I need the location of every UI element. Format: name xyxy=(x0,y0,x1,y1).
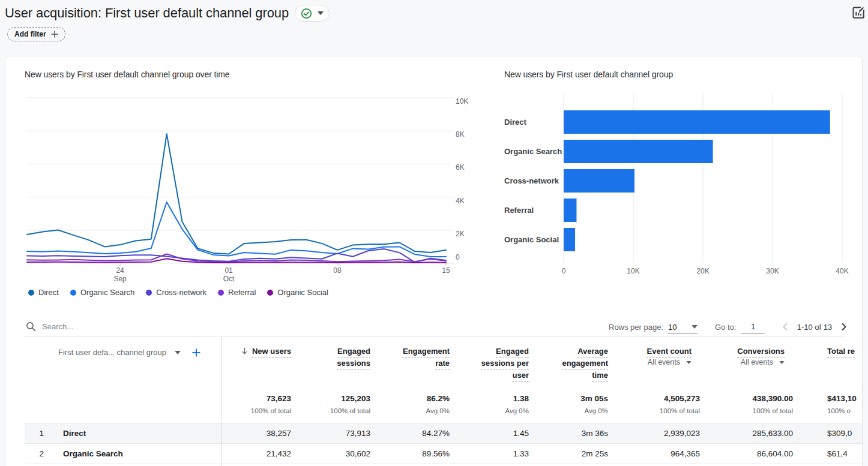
add-filter-button[interactable]: Add filter xyxy=(7,27,65,41)
report-status-pill[interactable] xyxy=(295,5,330,22)
metric-cell: 3m 36s xyxy=(529,423,608,443)
column-header-new-users[interactable]: New users xyxy=(221,337,291,387)
dimension-header-label: First user defa... channel group xyxy=(58,348,166,357)
column-header-label[interactable]: Engagement rate xyxy=(393,345,450,369)
x-axis-label: 0 xyxy=(562,267,566,275)
pagination-range: 1-10 of 13 xyxy=(795,323,834,332)
metric-cell: 73,913 xyxy=(291,423,370,443)
column-header-label[interactable]: New users xyxy=(252,345,291,357)
report-card: New users by First user default channel … xyxy=(5,56,863,466)
dropdown-caret-icon xyxy=(692,325,698,329)
goto-page-input[interactable] xyxy=(741,321,765,333)
column-header-label[interactable]: Total re xyxy=(827,345,855,357)
x-axis-label: 20K xyxy=(696,267,709,275)
x-axis-label: Oct xyxy=(223,275,235,283)
column-header-label[interactable]: Engaged sessions xyxy=(314,345,370,369)
chevron-left-icon xyxy=(779,320,792,333)
bar-chart[interactable]: 010K20K30K40KDirectOrganic SearchCross-n… xyxy=(499,56,863,302)
totals-cell: 125,203100% of total xyxy=(291,387,370,423)
legend-label: Organic Social xyxy=(277,288,328,297)
metric-cell: 285,633.00 xyxy=(700,423,793,443)
table-row-organic-search: 2Organic Search21,43230,60289.56%1.332m … xyxy=(25,443,862,464)
column-header-label[interactable]: Average engagement time xyxy=(552,345,608,381)
dropdown-caret-icon[interactable] xyxy=(175,351,181,354)
metric-cell: 38,257 xyxy=(221,423,291,443)
totals-cell: 3m 05sAvg 0% xyxy=(529,387,608,423)
column-header-label[interactable]: Conversions xyxy=(737,345,785,357)
totals-value: 4,505,273 xyxy=(608,387,700,404)
page-title: User acquisition: First user default cha… xyxy=(5,5,289,21)
rows-per-page-value: 10 xyxy=(668,323,677,332)
totals-sublabel: 100% of total xyxy=(291,407,370,415)
y-axis-label: 2K xyxy=(456,230,465,238)
column-header-event-count[interactable]: Event countAll events xyxy=(608,337,700,387)
next-page-button[interactable] xyxy=(837,320,851,333)
metric-cell: 21,432 xyxy=(221,443,291,464)
y-axis-label: 6K xyxy=(456,163,465,172)
totals-sublabel: 100% of total xyxy=(700,407,793,415)
search-icon xyxy=(26,321,36,332)
column-header-engaged-sessions-per-user[interactable]: Engaged sessions per user xyxy=(450,337,529,387)
bar-category-label: Organic Social xyxy=(504,235,559,244)
dimension-column-header[interactable]: First user defa... channel group xyxy=(25,337,221,387)
legend-label: Direct xyxy=(38,288,59,297)
data-table: First user defa... channel groupNew user… xyxy=(25,337,862,464)
column-header-label[interactable]: Event count xyxy=(647,345,692,357)
event-filter-dropdown[interactable]: All events xyxy=(700,358,785,366)
column-header-engaged-sessions[interactable]: Engaged sessions xyxy=(291,337,370,387)
search-input[interactable] xyxy=(41,321,257,332)
legend-label: Organic Search xyxy=(80,288,134,297)
totals-row: 73,623100% of total125,203100% of total8… xyxy=(25,387,862,423)
bar-organic-search[interactable] xyxy=(564,140,713,163)
bar-referral[interactable] xyxy=(564,199,576,222)
bar-cross-network[interactable] xyxy=(564,169,634,193)
y-axis-label: 4K xyxy=(456,197,465,205)
metric-cell: 964,365 xyxy=(608,443,700,464)
legend-item-direct: Direct xyxy=(28,288,59,297)
legend-item-organic-social: Organic Social xyxy=(267,288,328,297)
chart-legend: DirectOrganic SearchCross-networkReferra… xyxy=(28,288,328,297)
y-axis-label: 8K xyxy=(456,130,465,139)
column-header-total-re[interactable]: Total re xyxy=(793,337,862,387)
bar-direct[interactable] xyxy=(564,110,830,134)
totals-sublabel: 100% o xyxy=(827,407,862,415)
table-column-divider xyxy=(221,337,222,466)
line-chart[interactable]: 02K4K6K8K10K24Sep01Oct0815 xyxy=(5,56,486,302)
goto-label: Go to: xyxy=(715,323,736,332)
legend-dot xyxy=(267,290,273,296)
bar-organic-social[interactable] xyxy=(564,228,575,251)
table-row-direct: 1Direct38,25773,91384.27%1.453m 36s2,939… xyxy=(25,423,862,443)
metric-cell: 30,602 xyxy=(291,443,370,464)
event-filter-dropdown[interactable]: All events xyxy=(608,358,692,366)
column-header-label[interactable]: Engaged sessions per user xyxy=(472,345,529,381)
totals-value: 86.2% xyxy=(370,387,450,404)
customize-report-button[interactable] xyxy=(852,5,866,19)
dropdown-caret-icon xyxy=(686,361,692,364)
bar-category-label: Direct xyxy=(504,118,527,127)
previous-page-button[interactable] xyxy=(779,320,792,333)
column-header-engagement-rate[interactable]: Engagement rate xyxy=(370,337,450,387)
metric-cell: 84.27% xyxy=(370,423,450,443)
legend-dot xyxy=(28,290,34,296)
add-dimension-button[interactable] xyxy=(192,348,200,357)
event-filter-value: All events xyxy=(741,358,773,366)
column-header-average-engagement-time[interactable]: Average engagement time xyxy=(529,337,608,387)
x-axis-label: 15 xyxy=(442,266,450,275)
rows-per-page-label: Rows per page: xyxy=(609,323,663,332)
edit-report-icon xyxy=(852,5,866,19)
title-row: User acquisition: First user default cha… xyxy=(5,5,330,22)
table-header-row: First user defa... channel groupNew user… xyxy=(25,337,862,387)
row-number: 2 xyxy=(25,443,44,464)
column-header-conversions[interactable]: ConversionsAll events xyxy=(700,337,793,387)
totals-cell: 4,505,273100% of total xyxy=(608,387,700,423)
legend-label: Cross-network xyxy=(156,288,206,297)
sort-descending-icon xyxy=(240,347,249,356)
totals-cell: 73,623100% of total xyxy=(221,387,291,423)
row-number: 1 xyxy=(25,423,44,443)
metric-cell: 89.56% xyxy=(370,443,450,464)
totals-cell: $413,10100% o xyxy=(793,387,862,423)
search-box[interactable] xyxy=(26,321,278,332)
metric-cell: 2m 25s xyxy=(529,443,608,464)
totals-sublabel: Avg 0% xyxy=(450,407,529,415)
rows-per-page-select[interactable]: 10 xyxy=(668,321,698,333)
